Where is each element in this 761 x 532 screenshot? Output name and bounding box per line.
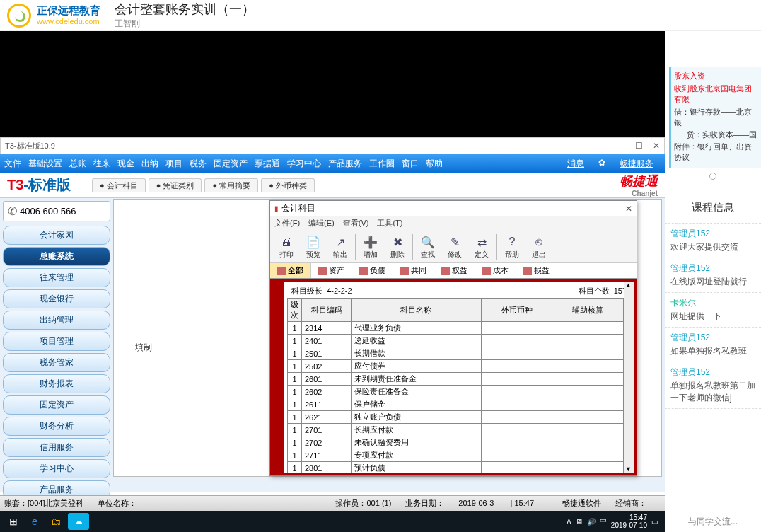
doc-tab[interactable]: ● 常用摘要 [204,178,258,192]
menu-item[interactable]: 基础设置 [28,158,62,170]
table-row[interactable]: 12611保户储金 [288,398,624,411]
tray-ime-icon[interactable]: 中 [600,516,607,526]
doc-tab[interactable]: ● 凭证类别 [149,178,202,192]
table-row[interactable]: 12501长期借款 [288,347,624,360]
tray-notif-icon[interactable]: ▭ [651,518,658,526]
dialog-menu-item[interactable]: 编辑(E) [308,218,335,229]
sidebar-item[interactable]: 财务报表 [3,374,110,393]
table-row[interactable]: 12602保险责任准备金 [288,386,624,398]
sidebar-item[interactable]: 现金银行 [3,289,110,308]
sidebar-item[interactable]: 学习中心 [3,459,110,478]
table-row[interactable]: 12314代理业务负债 [288,322,624,335]
menu-item[interactable]: 项目 [165,158,182,170]
sidebar-item[interactable]: 往来管理 [3,268,110,287]
menu-item[interactable]: 文件 [4,158,21,170]
tool-定义[interactable]: ⇄定义 [468,234,495,260]
menu-item[interactable]: 税务 [190,158,207,170]
category-tabs[interactable]: 全部资产负债共同权益成本损益 [270,263,637,279]
tool-增加[interactable]: ➕增加 [357,234,384,260]
sidebar-item[interactable]: 固定资产 [3,395,110,415]
cat-tab[interactable]: 资产 [311,263,352,278]
tool-打印[interactable]: 🖨打印 [273,234,300,260]
doc-tab[interactable]: ● 会计科目 [92,178,146,192]
cat-tab[interactable]: 负债 [352,263,393,278]
tool-修改[interactable]: ✎修改 [441,234,468,260]
subject-table[interactable]: 级次科目编码科目名称外币币种辅助核算 12314代理业务负债12401递延收益1… [287,298,624,475]
dialog-menu-item[interactable]: 工具(T) [377,218,402,229]
cloud-icon[interactable]: ☁ [68,513,89,530]
dialog-titlebar[interactable]: 会计科目 ✕ [270,201,637,216]
chat-item[interactable]: 管理员152在线版网址登陆就行 [665,258,761,293]
cat-tab[interactable]: 共同 [393,263,434,278]
menu-item[interactable]: 出纳 [141,158,158,170]
table-row[interactable]: 12502应付债券 [288,360,624,373]
slide-indicator[interactable] [709,173,716,180]
table-row[interactable]: 12711专项应付款 [288,449,624,462]
menu-item[interactable]: 现金 [117,158,134,170]
tool-预览[interactable]: 📄预览 [300,234,327,260]
menu-item[interactable]: 往来 [93,158,110,170]
menu-item[interactable]: 工作圈 [369,158,395,170]
table-row[interactable]: 12701长期应付款 [288,424,624,436]
table-row[interactable]: 12401递延收益 [288,335,624,347]
menu-item[interactable]: 帮助 [426,158,443,170]
window-titlebar[interactable]: T3-标准版10.9 — ☐ ✕ [0,137,665,154]
chat-item[interactable]: 管理员152单独报名私教班第二加一下老师的微信j [665,362,761,409]
tool-退出[interactable]: ⎋退出 [525,234,552,260]
menu-item[interactable]: 学习中心 [287,158,321,170]
doc-tabs[interactable]: ● 会计科目● 凭证类别● 常用摘要● 外币种类 [71,178,620,192]
chat-item[interactable]: 卡米尔网址提供一下 [665,293,761,328]
subject-dialog[interactable]: 会计科目 ✕ 文件(F)编辑(E)查看(V)工具(T) 🖨打印📄预览↗输出➕增加… [269,200,637,476]
tray-up-icon[interactable]: ᐱ [567,518,571,526]
dialog-close-icon[interactable]: ✕ [625,204,632,214]
chat-item[interactable]: 管理员152如果单独报名私教班 [665,328,761,362]
maximize-icon[interactable]: ☐ [635,141,643,151]
chat-input[interactable]: 与同学交流... [665,511,761,532]
service-link[interactable]: 畅捷服务 [620,158,653,170]
app-icon[interactable]: ⬚ [91,513,112,530]
chat-item[interactable]: 管理员152欢迎大家提供交流 [665,223,761,258]
menu-item[interactable]: 票据通 [255,158,280,170]
sidebar-item[interactable]: 会计家园 [3,226,110,245]
cat-tab[interactable]: 全部 [270,263,311,278]
minimize-icon[interactable]: — [617,141,625,151]
edge-icon[interactable]: e [24,513,45,530]
dialog-menu[interactable]: 文件(F)编辑(E)查看(V)工具(T) [270,216,637,231]
start-icon[interactable]: ⊞ [3,513,24,530]
sidebar-item[interactable]: 出纳管理 [3,311,110,330]
table-row[interactable]: 12901递延所得税负债 [288,475,624,476]
cat-tab[interactable]: 成本 [475,263,516,278]
tool-删除[interactable]: ✖删除 [384,234,411,260]
tray-net-icon[interactable]: 🖥 [576,518,583,526]
tool-帮助[interactable]: ?帮助 [499,234,525,260]
tray-vol-icon[interactable]: 🔊 [587,518,596,526]
dialog-toolbar[interactable]: 🖨打印📄预览↗输出➕增加✖删除🔍查找✎修改⇄定义?帮助⎋退出 [270,231,637,263]
table-row[interactable]: 12702未确认融资费用 [288,436,624,449]
menu-item[interactable]: 窗口 [402,158,419,170]
sidebar-item[interactable]: 总账系统 [3,247,110,266]
close-icon[interactable]: ✕ [653,141,660,151]
taskbar-clock[interactable]: 15:47 2019-07-10 [611,514,647,529]
menu-item[interactable]: 总账 [69,158,86,170]
sidebar-item[interactable]: 信用服务 [3,438,110,457]
taskbar[interactable]: ⊞ e 🗂 ☁ ⬚ ᐱ 🖥 🔊 中 15:47 2019-07-10 ▭ [0,511,665,532]
sidebar-item[interactable]: 项目管理 [3,332,110,351]
dialog-menu-item[interactable]: 文件(F) [274,218,300,229]
cat-tab[interactable]: 损益 [516,263,557,278]
table-row[interactable]: 12601未到期责任准备金 [288,373,624,386]
dialog-menu-item[interactable]: 查看(V) [343,218,369,229]
menu-item[interactable]: 产品服务 [328,158,362,170]
doc-tab[interactable]: ● 外币种类 [261,178,315,192]
tool-查找[interactable]: 🔍查找 [414,234,441,260]
cat-tab[interactable]: 权益 [434,263,475,278]
explorer-icon[interactable]: 🗂 [45,513,66,530]
table-row[interactable]: 12621独立账户负债 [288,411,624,424]
sidebar-item[interactable]: 税务管家 [3,353,110,372]
tool-输出[interactable]: ↗输出 [327,234,354,260]
main-menu-bar[interactable]: 文件基础设置总账往来现金出纳项目税务固定资产票据通学习中心产品服务工作圈窗口帮助… [0,154,665,173]
menu-item[interactable]: 固定资产 [214,158,248,170]
scrollbar-vertical[interactable] [624,282,634,473]
sidebar-item[interactable]: 财务分析 [3,417,110,436]
table-row[interactable]: 12801预计负债 [288,462,624,475]
msg-link[interactable]: 消息 [567,158,584,170]
